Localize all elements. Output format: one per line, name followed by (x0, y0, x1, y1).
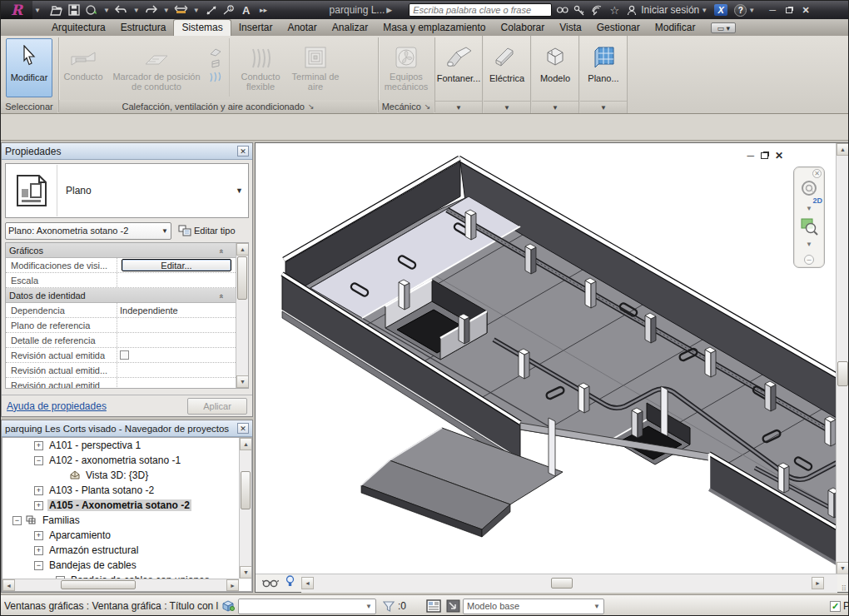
tree-item-label[interactable]: Familias (41, 514, 82, 526)
application-menu-button[interactable]: R (1, 1, 32, 19)
view-restore-icon[interactable] (761, 150, 768, 161)
search-icon[interactable] (554, 3, 569, 17)
structural-column[interactable] (632, 408, 643, 438)
tree-item-aparcamiento[interactable]: +Aparcamiento (2, 528, 239, 543)
reveal-hidden-glasses-icon[interactable] (262, 576, 279, 591)
aligned-dimension-icon[interactable] (204, 3, 219, 17)
properties-scrollbar[interactable]: ▲ ▼ (236, 243, 248, 388)
tab-masa-y-emplazamiento[interactable]: Masa y emplazamiento (375, 20, 493, 36)
collapse-icon[interactable]: − (34, 456, 43, 465)
property-value[interactable] (117, 363, 236, 377)
zoom-region-icon[interactable] (800, 217, 818, 239)
collapse-icon[interactable]: − (34, 561, 43, 570)
collapse-section-icon[interactable]: « (216, 294, 225, 296)
tree-item-bandejas-de-cables[interactable]: −Bandejas de cables (2, 558, 239, 573)
tree-item-a105-axonometria-sotano-2[interactable]: +A105 - Axonometria sotano -2 (2, 498, 239, 513)
viewport-vscrollbar[interactable]: ▲ ▼ (836, 143, 849, 574)
properties-title-bar[interactable]: Propiedades ✕ (2, 143, 252, 160)
scroll-right-icon[interactable]: ► (812, 577, 824, 589)
browser-vscrollbar[interactable]: ▲ ▼ (239, 438, 251, 579)
exchange-apps-icon[interactable]: X (714, 4, 727, 16)
panel-label-mecanico[interactable]: Mecánico↘ (379, 100, 434, 113)
property-value[interactable] (117, 318, 236, 332)
panel-plano[interactable]: Plano...▼ (580, 36, 628, 113)
scroll-down-icon[interactable]: ▼ (240, 566, 252, 579)
scroll-up-icon[interactable]: ▲ (236, 243, 249, 256)
structural-column[interactable] (465, 210, 476, 240)
mech-dialog-launcher-icon[interactable]: ↘ (424, 102, 431, 111)
revision-checkbox[interactable] (120, 350, 129, 360)
tree-item-label[interactable]: Bandejas de cables (47, 559, 138, 571)
title-expand-icon[interactable]: ▶ (386, 6, 392, 14)
property-section-datos-de-identidad[interactable]: Datos de identidad« (6, 288, 236, 303)
type-selector-dropdown-icon[interactable]: ▼ (236, 186, 243, 195)
property-value[interactable]: Editar... (117, 258, 236, 272)
tree-item-label[interactable]: A103 - Planta sotano -2 (47, 484, 156, 496)
structural-column[interactable] (525, 244, 536, 274)
3d-view-canvas[interactable]: ─ ✕ ✕ 2D ▼ ▼ – (256, 143, 837, 574)
scroll-up-icon[interactable]: ▲ (240, 438, 252, 450)
tab-colaborar[interactable]: Colaborar (494, 20, 553, 36)
viewport-vscrollbar-thumb[interactable] (837, 361, 848, 386)
tree-item-label[interactable]: A101 - perspectiva 1 (47, 440, 142, 451)
scroll-up-icon[interactable]: ▲ (837, 143, 849, 156)
expand-icon[interactable]: + (34, 441, 43, 450)
tree-item-label[interactable]: Vista 3D: {3D} (84, 469, 150, 481)
tree-item-a102-axonometria-sotano-1[interactable]: −A102 - axonometria sotano -1 (2, 453, 239, 468)
close-button[interactable]: ✕ (800, 5, 812, 16)
tab-analizar[interactable]: Analizar (325, 20, 375, 36)
navbar-close-icon[interactable]: ✕ (812, 169, 822, 178)
structural-column[interactable] (459, 314, 469, 344)
hvac-dialog-launcher-icon[interactable]: ↘ (308, 102, 315, 111)
scroll-down-icon[interactable]: ▼ (837, 562, 849, 574)
panel-label-hvac[interactable]: Calefacción, ventilación y aire acondici… (59, 100, 377, 113)
design-option-combobox[interactable]: Modelo base ▼ (463, 599, 604, 614)
redo-icon[interactable] (144, 3, 159, 17)
tree-item-label[interactable]: Aparcamiento (47, 529, 112, 541)
tree-item-bandeja-de-cables-con-uniones[interactable]: −Bandeja de cables con uniones (2, 573, 239, 579)
tree-item-vista-3d-{3d}[interactable]: Vista 3D: {3D} (2, 468, 239, 483)
duct-button[interactable]: Conducto (59, 36, 107, 82)
structural-column[interactable] (825, 416, 836, 446)
viewport-hscrollbar-thumb[interactable] (551, 578, 573, 589)
duct-fitting-stack-icons[interactable] (206, 36, 226, 94)
tab-vista[interactable]: Vista (552, 20, 588, 36)
view-minimize-icon[interactable]: ─ (747, 150, 754, 161)
structural-column[interactable] (645, 313, 656, 343)
panel-modelo[interactable]: Modelo▼ (532, 36, 579, 113)
lightbulb-icon[interactable] (285, 575, 295, 591)
instance-combobox[interactable]: Plano: Axonometria sotano -2 ▼ (5, 222, 171, 240)
drawing-area[interactable]: ─ ✕ ✕ 2D ▼ ▼ – (255, 142, 849, 593)
user-icon[interactable] (624, 3, 639, 17)
tab-sistemas[interactable]: Sistemas (173, 19, 231, 36)
flex-duct-button[interactable]: Conducto flexible (233, 36, 288, 92)
expand-icon[interactable]: + (34, 531, 43, 540)
panel-eléctrica[interactable]: Eléctrica▼ (484, 36, 531, 113)
viewport-hscrollbar[interactable]: ◄ ► (301, 574, 837, 593)
collapse-icon[interactable]: − (12, 516, 22, 525)
scroll-right-icon[interactable]: ► (226, 579, 239, 591)
edit-type-button[interactable]: Editar tipo (175, 222, 239, 240)
apply-button[interactable]: Aplicar (187, 398, 247, 415)
tree-item-label[interactable]: A102 - axonometria sotano -1 (47, 455, 182, 466)
property-section-gráficos[interactable]: Gráficos« (6, 243, 236, 258)
text-icon[interactable]: A (239, 3, 254, 17)
expand-toolbar-icon[interactable]: ▸▸ (256, 3, 271, 17)
panel-fontaner[interactable]: Fontaner...▼ (435, 36, 483, 113)
browser-title-bar[interactable]: parquing Les Corts visado - Navegador de… (2, 420, 252, 437)
measure-dropdown-icon[interactable]: ▼ (193, 7, 200, 14)
active-option-icon[interactable] (446, 599, 460, 613)
restore-button[interactable] (783, 5, 795, 16)
structural-column[interactable] (399, 280, 410, 310)
structural-column[interactable] (585, 278, 596, 308)
help-icon[interactable]: ? (734, 4, 747, 17)
exclude-options-checkbox[interactable]: ✓ (830, 601, 841, 612)
tag-icon[interactable]: 1 (221, 3, 236, 17)
scroll-left-icon[interactable]: ◄ (2, 579, 15, 591)
expand-icon[interactable]: + (34, 486, 43, 495)
browser-hscrollbar[interactable]: ◄ ► (2, 579, 239, 591)
properties-help-link[interactable]: Ayuda de propiedades (7, 400, 107, 412)
wheel-dropdown-icon[interactable]: ▼ (806, 205, 812, 212)
mechanical-equipment-button[interactable]: Equipos mecánicos (379, 36, 434, 92)
panel-flyout-arrow-icon[interactable]: ▼ (580, 101, 627, 113)
